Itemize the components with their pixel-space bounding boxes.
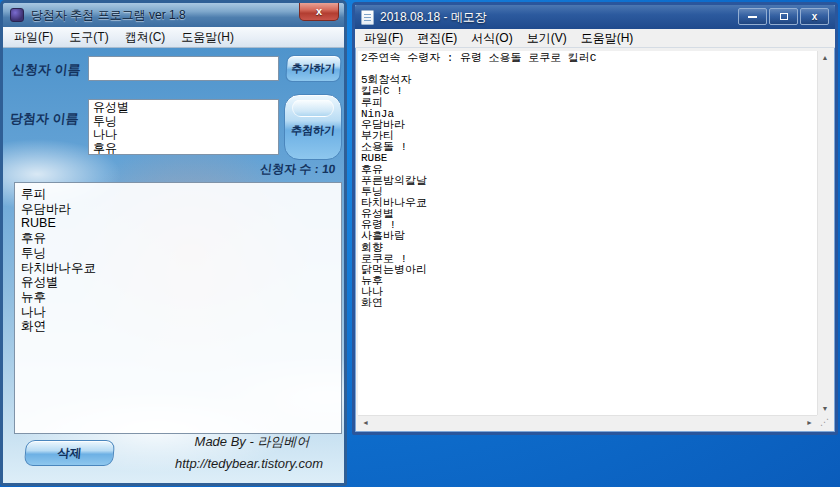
notepad-text-line: RUBE xyxy=(361,153,817,164)
notepad-text-line: 타치바나우쿄 xyxy=(361,198,817,209)
scroll-left-icon[interactable]: ◄ xyxy=(358,416,373,429)
notepad-text-line: 회향 xyxy=(361,243,817,254)
draw-button-gloss xyxy=(292,99,334,117)
notepad-menu-item[interactable]: 도움말(H) xyxy=(574,29,641,48)
notepad-text-line: 소용돌 ! xyxy=(361,142,817,153)
notepad-icon xyxy=(361,10,374,25)
winner-listbox[interactable]: 유성별투닝나나후유 xyxy=(88,99,279,155)
credit-author: Made By - 라임베어 xyxy=(161,433,343,451)
notepad-text-line: 킬러C ! xyxy=(361,86,817,97)
delete-button[interactable]: 삭제 xyxy=(24,440,115,466)
applicant-list-item[interactable]: 타치바나우쿄 xyxy=(21,261,335,276)
applicant-listbox[interactable]: 루피우담바라RUBE후유투닝타치바나우쿄유성별뉴후나나화연 xyxy=(14,182,342,434)
raffle-menu-item[interactable]: 도움말(H) xyxy=(174,27,241,48)
notepad-menu-item[interactable]: 보기(V) xyxy=(520,29,574,48)
notepad-body: 2주연속 수령자 : 유령 소용돌 로쿠로 킬러C5회참석자킬러C !루피Nin… xyxy=(358,51,832,429)
notepad-text-line: 루피 xyxy=(361,98,817,109)
applicant-list-item[interactable]: 우담바라 xyxy=(21,202,335,217)
notepad-text-area[interactable]: 2주연속 수령자 : 유령 소용돌 로쿠로 킬러C5회참석자킬러C !루피Nin… xyxy=(358,51,817,415)
applicant-name-input[interactable] xyxy=(88,56,279,81)
applicant-list-item[interactable]: 유성별 xyxy=(21,275,335,290)
raffle-program-window: 당첨자 추첨 프로그램 ver 1.8 x 파일(F)도구(T)캡쳐(C)도움말… xyxy=(0,0,347,486)
raffle-client-area: 신청자 이름 추가하기 당첨자 이름 유성별투닝나나후유 추첨하기 신청자 수 … xyxy=(3,48,344,483)
draw-button[interactable]: 추첨하기 xyxy=(284,94,342,160)
add-button[interactable]: 추가하기 xyxy=(285,55,342,82)
notepad-text-line: 로쿠로 ! xyxy=(361,254,817,265)
raffle-menu-item[interactable]: 도구(T) xyxy=(62,27,115,48)
applicant-list-item[interactable]: 나나 xyxy=(21,305,335,320)
notepad-text-line: 우담바라 xyxy=(361,120,817,131)
applicant-count-label: 신청자 수 : 10 xyxy=(259,161,336,178)
applicant-list-item[interactable]: 투닝 xyxy=(21,246,335,261)
credit-url: http://tedybear.tistory.com xyxy=(151,456,347,471)
applicant-name-label: 신청자 이름 xyxy=(11,61,82,79)
notepad-text-line: 5회참석자 xyxy=(361,75,817,86)
notepad-text-line: NinJa xyxy=(361,109,817,120)
notepad-text-line: 뉴후 xyxy=(361,276,817,287)
notepad-text-line: 나나 xyxy=(361,287,817,298)
notepad-text-line: 닭먹는병아리 xyxy=(361,265,817,276)
notepad-text-line: 유성별 xyxy=(361,209,817,220)
notepad-menubar: 파일(F)편집(E)서식(O)보기(V)도움말(H) xyxy=(355,29,835,48)
winner-list-item[interactable]: 후유 xyxy=(93,142,274,156)
notepad-text-line: 푸른밤의칼날 xyxy=(361,176,817,187)
raffle-window-title: 당첨자 추첨 프로그램 ver 1.8 xyxy=(31,7,186,24)
minimize-icon[interactable] xyxy=(738,8,767,25)
notepad-text-line: 부가티 xyxy=(361,131,817,142)
notepad-menu-item[interactable]: 서식(O) xyxy=(464,29,519,48)
raffle-titlebar[interactable]: 당첨자 추첨 프로그램 ver 1.8 x xyxy=(3,3,344,27)
applicant-list-item[interactable]: 루피 xyxy=(21,187,335,202)
notepad-text-line: 후유 xyxy=(361,165,817,176)
notepad-menu-item[interactable]: 파일(F) xyxy=(357,29,410,48)
applicant-list-item[interactable]: 뉴후 xyxy=(21,290,335,305)
raffle-menu-item[interactable]: 파일(F) xyxy=(7,27,60,48)
notepad-window-title: 2018.08.18 - 메모장 xyxy=(380,9,487,26)
scroll-up-icon[interactable]: ▲ xyxy=(818,51,833,64)
scroll-down-icon[interactable]: ▼ xyxy=(818,402,833,415)
notepad-caption-buttons: x xyxy=(738,8,829,25)
close-icon[interactable]: x xyxy=(299,3,339,21)
notepad-text-line: 유령 ! xyxy=(361,220,817,231)
winner-name-label: 당첨자 이름 xyxy=(9,110,80,128)
winner-list-item[interactable]: 투닝 xyxy=(93,115,274,129)
notepad-titlebar[interactable]: 2018.08.18 - 메모장 x xyxy=(355,5,835,29)
close-icon[interactable]: x xyxy=(800,8,829,25)
notepad-text-line: 2주연속 수령자 : 유령 소용돌 로쿠로 킬러C xyxy=(361,53,817,64)
applicant-list-item[interactable]: RUBE xyxy=(21,216,335,231)
winner-list-item[interactable]: 나나 xyxy=(93,128,274,142)
raffle-app-icon xyxy=(10,8,24,22)
horizontal-scrollbar[interactable]: ◄ ► xyxy=(358,415,817,429)
applicant-list-item[interactable]: 후유 xyxy=(21,231,335,246)
maximize-icon[interactable] xyxy=(769,8,798,25)
winner-list-item[interactable]: 유성별 xyxy=(93,101,274,115)
notepad-menu-item[interactable]: 편집(E) xyxy=(410,29,464,48)
notepad-text-line: 화연 xyxy=(361,298,817,309)
vertical-scrollbar[interactable]: ▲ ▼ xyxy=(817,51,832,415)
notepad-text-line: 투닝 xyxy=(361,187,817,198)
raffle-menu-item[interactable]: 캡쳐(C) xyxy=(118,27,173,48)
scroll-right-icon[interactable]: ► xyxy=(802,416,817,429)
draw-button-label: 추첨하기 xyxy=(284,123,341,138)
notepad-text-line xyxy=(361,64,817,75)
raffle-menubar: 파일(F)도구(T)캡쳐(C)도움말(H) xyxy=(3,27,344,48)
notepad-text-line: 사흘바람 xyxy=(361,231,817,242)
applicant-list-item[interactable]: 화연 xyxy=(21,319,335,334)
resize-grip[interactable]: ⋰ xyxy=(817,415,832,429)
notepad-window: 2018.08.18 - 메모장 x 파일(F)편집(E)서식(O)보기(V)도… xyxy=(352,2,838,435)
